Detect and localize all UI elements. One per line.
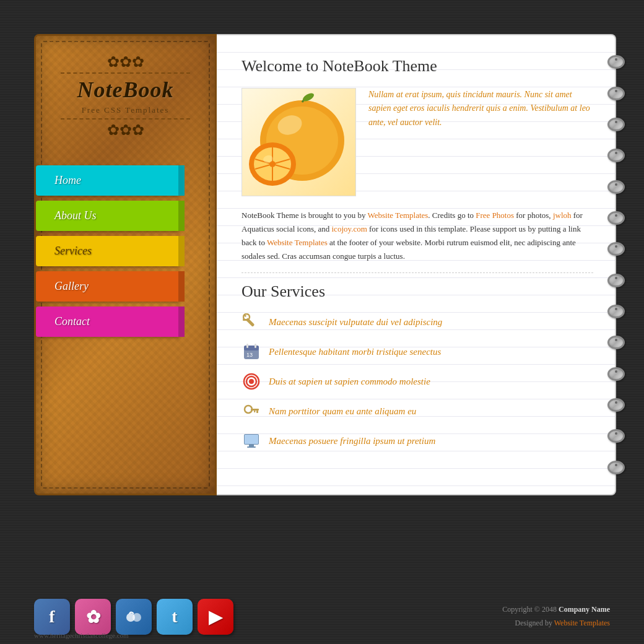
- link-website-templates[interactable]: Website Templates: [368, 211, 429, 220]
- svg-rect-18: [255, 344, 256, 348]
- spiral-ring: [607, 242, 625, 256]
- logo-subtitle: Free CSS Templates: [48, 105, 202, 115]
- spiral-ring: [607, 429, 625, 443]
- svg-rect-17: [246, 344, 248, 348]
- svg-rect-14: [243, 319, 249, 321]
- target-icon: [242, 372, 261, 391]
- services-title: Our Services: [242, 282, 593, 301]
- spiral-binding: [605, 34, 627, 495]
- logo-divider-top: [61, 72, 190, 74]
- spiral-ring: [607, 336, 625, 349]
- fruit-image: [242, 88, 356, 196]
- logo-divider-bottom: [61, 118, 190, 120]
- service-item: 13 Pellentesque habitant morbi tristique…: [242, 342, 593, 362]
- spiral-ring: [607, 211, 625, 225]
- logo-area: ✿✿✿ NoteBook Free CSS Templates ✿✿✿: [36, 36, 215, 150]
- svg-rect-16: [244, 346, 259, 350]
- svg-rect-26: [254, 411, 256, 412]
- nav-home-item[interactable]: Home: [36, 165, 178, 196]
- link-icojoy[interactable]: icojoy.com: [332, 224, 367, 233]
- service-link-4[interactable]: Nam porttitor quam eu ante aliquam eu: [269, 406, 416, 417]
- myspace-button[interactable]: [116, 599, 152, 635]
- facebook-button[interactable]: f: [34, 599, 70, 635]
- svg-rect-25: [256, 411, 258, 413]
- service-item: Duis at sapien ut sapien commodo molesti…: [242, 372, 593, 391]
- spiral-ring: [607, 274, 625, 287]
- service-item: Maecenas suscipit vulputate dui vel adip…: [242, 312, 593, 332]
- service-link-1[interactable]: Maecenas suscipit vulputate dui vel adip…: [269, 317, 442, 328]
- nav-about-item[interactable]: About Us: [36, 201, 178, 231]
- service-link-2[interactable]: Pellentesque habitant morbi tristique se…: [269, 347, 441, 357]
- social-icons: f ✿ t ▶: [34, 599, 233, 635]
- spiral-ring: [607, 180, 625, 194]
- spiral-ring: [607, 367, 625, 381]
- services-list: Maecenas suscipit vulputate dui vel adip…: [242, 312, 593, 451]
- link-free-photos[interactable]: Free Photos: [476, 211, 514, 220]
- designer-link[interactable]: Website Templates: [554, 619, 610, 627]
- flickr-button[interactable]: ✿: [75, 599, 111, 635]
- intro-section: Nullam at erat ipsum, quis tincidunt mau…: [242, 88, 593, 196]
- intro-quote: Nullam at erat ipsum, quis tincidunt mau…: [368, 88, 593, 196]
- svg-text:13: 13: [246, 352, 253, 358]
- logo-ornament-bottom: ✿✿✿: [48, 123, 202, 137]
- youtube-button[interactable]: ▶: [198, 599, 233, 635]
- nav-services-item[interactable]: Services: [36, 236, 178, 266]
- logo-title: NoteBook: [48, 77, 202, 103]
- watermark: www.heritagechristiancollege.com: [34, 632, 129, 639]
- spiral-ring: [607, 398, 625, 412]
- logo-ornament-top: ✿✿✿: [48, 54, 202, 69]
- section-divider: [242, 272, 593, 273]
- page-title: Welcome to NoteBook Theme: [242, 57, 593, 76]
- company-name: Company Name: [559, 605, 610, 614]
- service-item: Maecenas posuere fringilla ipsum ut pret…: [242, 431, 593, 451]
- spiral-ring: [607, 55, 625, 69]
- wrench-icon: [242, 312, 261, 332]
- calendar-icon: 13: [242, 342, 261, 362]
- nav-contact-item[interactable]: Contact: [36, 307, 178, 337]
- body-text: NoteBook Theme is brought to you by Webs…: [242, 209, 593, 263]
- nav-gallery-item[interactable]: Gallery: [36, 271, 178, 302]
- designed-by-text: Designed by: [515, 619, 552, 627]
- svg-rect-24: [251, 409, 259, 411]
- spiral-ring: [607, 305, 625, 318]
- monitor-icon: [242, 431, 261, 451]
- link-jwloh[interactable]: jwloh: [553, 211, 572, 220]
- key-icon: [242, 401, 261, 421]
- footer-copyright: Copyright © 2048 Company Name Designed b…: [502, 603, 610, 630]
- svg-point-22: [249, 379, 254, 384]
- service-link-3[interactable]: Duis at sapien ut sapien commodo molesti…: [269, 376, 430, 387]
- twitter-button[interactable]: t: [157, 599, 193, 635]
- spiral-ring: [607, 87, 625, 100]
- service-link-5[interactable]: Maecenas posuere fringilla ipsum ut pret…: [269, 436, 435, 446]
- service-item: Nam porttitor quam eu ante aliquam eu: [242, 401, 593, 421]
- spiral-ring: [607, 149, 625, 162]
- svg-rect-13: [245, 315, 246, 317]
- page-content: Welcome to NoteBook Theme: [217, 34, 616, 495]
- copyright-text: Copyright © 2048: [502, 605, 557, 614]
- spiral-ring: [607, 118, 625, 131]
- spiral-ring: [607, 461, 625, 474]
- svg-point-32: [133, 613, 141, 622]
- notebook-container: ✿✿✿ NoteBook Free CSS Templates ✿✿✿ Home…: [34, 34, 616, 495]
- svg-rect-28: [245, 435, 258, 444]
- link-website-templates-2[interactable]: Website Templates: [267, 238, 328, 247]
- main-nav: Home About Us Services Gallery Contact: [36, 165, 215, 337]
- svg-rect-30: [247, 446, 256, 448]
- sidebar: ✿✿✿ NoteBook Free CSS Templates ✿✿✿ Home…: [34, 34, 217, 495]
